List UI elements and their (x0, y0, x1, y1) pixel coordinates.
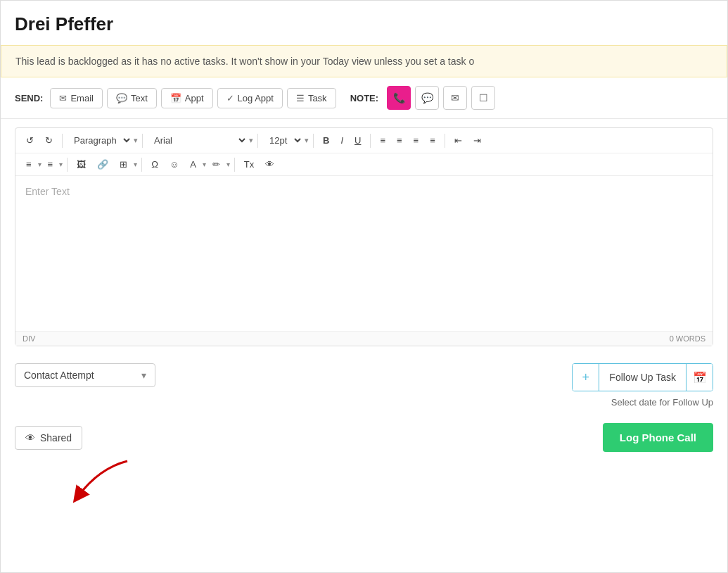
align-justify-button[interactable]: ≡ (425, 132, 440, 149)
italic-button[interactable]: I (336, 132, 348, 149)
separator-7 (67, 158, 68, 172)
separator-6 (445, 134, 445, 148)
unordered-list-button[interactable]: ≡ (43, 156, 58, 172)
clear-format-button[interactable]: Tx (239, 156, 259, 172)
size-select[interactable]: 8pt 10pt 12pt 14pt 16pt (262, 132, 303, 149)
text-color-chevron: ▾ (203, 160, 206, 168)
comment-icon: 💬 (421, 92, 433, 103)
bottom-controls: Contact Attempt ▾ + Follow Up Task 📅 Sel… (1, 355, 727, 416)
left-controls: Contact Attempt ▾ (15, 363, 155, 387)
calendar-icon: 📅 (693, 371, 707, 384)
phone-note-button[interactable]: 📞 (387, 86, 411, 110)
special-char-button[interactable]: Ω (146, 156, 163, 172)
email-icon: ✉ (59, 93, 67, 103)
follow-up-row: + Follow Up Task 📅 (572, 363, 713, 391)
ordered-list-chevron: ▾ (38, 160, 41, 168)
phone-icon: 📞 (393, 92, 405, 103)
page-title: Drei Pfeffer (1, 1, 727, 45)
editor-toolbar-row1: ↺ ↻ Paragraph Heading 1 Heading 2 Headin… (15, 128, 713, 153)
paragraph-select[interactable]: Paragraph Heading 1 Heading 2 Heading 3 (67, 132, 132, 149)
editor-toolbar-row2: ≡ ▾ ≡ ▾ 🖼 🔗 ⊞ ▾ Ω ☺ A ▾ ✏ ▾ Tx 👁 (15, 153, 713, 176)
eye-icon: 👁 (25, 432, 35, 443)
page-wrapper: Drei Pfeffer This lead is backlogged as … (0, 0, 728, 573)
dropdown-chevron-icon: ▾ (141, 370, 146, 381)
action-row: 👁 Shared Log Phone Call (1, 416, 727, 459)
bold-button[interactable]: B (318, 132, 334, 149)
text-message-icon: 💬 (116, 93, 127, 103)
task-button[interactable]: ☰ Task (287, 88, 336, 108)
follow-up-calendar-button[interactable]: 📅 (686, 364, 713, 391)
size-chevron: ▾ (305, 136, 309, 145)
editor-body[interactable]: Enter Text (15, 176, 713, 331)
editor-word-count: 0 WORDS (670, 334, 705, 343)
doc-note-button[interactable]: ☐ (471, 86, 495, 110)
appt-button[interactable]: 📅 Appt (161, 88, 213, 108)
editor-container: ↺ ↻ Paragraph Heading 1 Heading 2 Headin… (15, 127, 713, 346)
follow-up-hint: Select date for Follow Up (611, 397, 713, 408)
separator-2 (142, 134, 143, 148)
log-appt-button[interactable]: ✓ Log Appt (217, 88, 283, 108)
preview-button[interactable]: 👁 (260, 156, 279, 172)
indent-decrease-button[interactable]: ⇤ (449, 132, 467, 149)
send-toolbar: SEND: ✉ Email 💬 Text 📅 Appt ✓ Log Appt ☰… (1, 77, 727, 119)
separator-1 (62, 134, 63, 148)
follow-up-plus-button[interactable]: + (573, 364, 599, 391)
log-phone-call-button[interactable]: Log Phone Call (603, 423, 713, 452)
arrow-annotation (57, 454, 141, 510)
align-left-button[interactable]: ≡ (375, 132, 390, 149)
appt-icon: 📅 (170, 93, 181, 103)
document-icon: ☐ (479, 92, 488, 103)
text-color-button[interactable]: A (185, 156, 201, 172)
email-button[interactable]: ✉ Email (50, 88, 103, 108)
shared-label: Shared (40, 432, 72, 443)
separator-9 (234, 158, 235, 172)
align-center-button[interactable]: ≡ (392, 132, 407, 149)
right-controls: + Follow Up Task 📅 Select date for Follo… (572, 363, 713, 408)
separator-8 (141, 158, 142, 172)
underline-button[interactable]: U (350, 132, 366, 149)
task-icon: ☰ (296, 93, 305, 103)
indent-increase-button[interactable]: ⇥ (468, 132, 486, 149)
comment-note-button[interactable]: 💬 (415, 86, 439, 110)
contact-attempt-dropdown[interactable]: Contact Attempt ▾ (15, 363, 155, 387)
check-icon: ✓ (226, 93, 234, 103)
text-button[interactable]: 💬 Text (107, 88, 157, 108)
emoji-button[interactable]: ☺ (165, 156, 184, 172)
send-label: SEND: (15, 93, 43, 103)
redo-button[interactable]: ↻ (40, 132, 58, 149)
separator-3 (257, 134, 258, 148)
editor-status: DIV 0 WORDS (15, 331, 713, 346)
dropdown-value: Contact Attempt (24, 370, 94, 381)
separator-5 (370, 134, 371, 148)
paragraph-chevron: ▾ (134, 136, 138, 145)
font-chevron: ▾ (249, 136, 253, 145)
highlight-chevron: ▾ (226, 160, 230, 168)
note-label: NOTE: (350, 93, 378, 103)
follow-up-label: Follow Up Task (599, 366, 686, 389)
image-button[interactable]: 🖼 (72, 156, 91, 172)
editor-placeholder: Enter Text (25, 186, 70, 197)
shared-button[interactable]: 👁 Shared (15, 426, 82, 450)
editor-status-left: DIV (23, 334, 35, 343)
log-phone-call-label: Log Phone Call (620, 432, 696, 443)
unordered-list-chevron: ▾ (59, 160, 63, 168)
backlog-banner: This lead is backlogged as it has no act… (1, 45, 727, 77)
table-chevron: ▾ (134, 160, 137, 168)
font-select[interactable]: Arial Times New Roman Courier (147, 132, 248, 149)
highlight-button[interactable]: ✏ (207, 156, 225, 172)
ordered-list-button[interactable]: ≡ (21, 156, 37, 172)
email-note-button[interactable]: ✉ (443, 86, 467, 110)
envelope-icon: ✉ (451, 92, 459, 103)
link-button[interactable]: 🔗 (92, 156, 113, 172)
undo-button[interactable]: ↺ (21, 132, 39, 149)
align-right-button[interactable]: ≡ (409, 132, 424, 149)
table-button[interactable]: ⊞ (115, 156, 132, 172)
separator-4 (313, 134, 314, 148)
